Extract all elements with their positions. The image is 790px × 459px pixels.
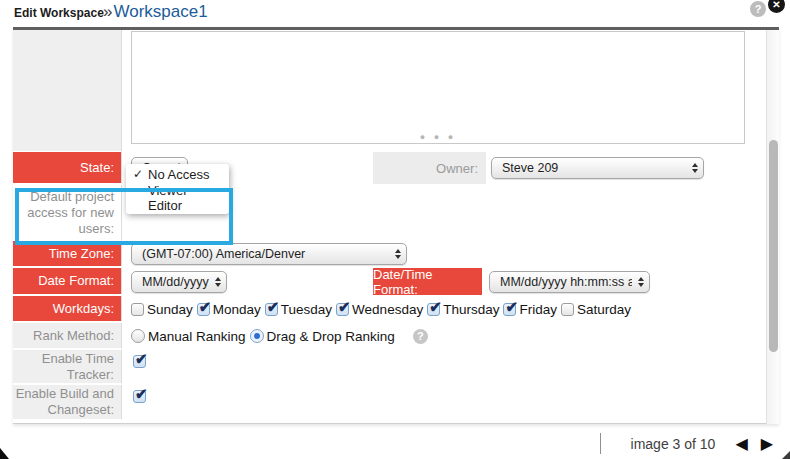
workday-checkbox-monday[interactable]: Monday: [197, 302, 261, 317]
checkmark-icon: ✓: [133, 167, 143, 183]
time-zone-select-value: (GMT-07:00) America/Denver: [142, 247, 389, 261]
owner-label: Owner:: [373, 152, 486, 184]
menu-item-no-access[interactable]: ✓ No Access: [126, 167, 229, 183]
radio-drag-drop-ranking[interactable]: Drag & Drop Ranking: [250, 329, 395, 344]
cursor-artifact: [0, 448, 9, 459]
rank-method-help-icon[interactable]: ?: [413, 329, 428, 344]
page-title: Edit Workspace: [14, 6, 104, 20]
menu-item-editor[interactable]: Editor: [126, 198, 229, 214]
textarea-resize-handle-icon[interactable]: ● ● ●: [132, 132, 744, 142]
datetime-format-select-value: MM/dd/yyyy hh:mm:ss a: [500, 275, 632, 289]
workday-checkbox-sunday[interactable]: Sunday: [131, 302, 193, 317]
stepper-icon: [692, 163, 698, 173]
time-zone-select[interactable]: (GMT-07:00) America/Denver: [131, 243, 407, 265]
help-icon[interactable]: ?: [750, 1, 766, 17]
scrollbar-thumb[interactable]: [769, 140, 778, 352]
state-label: State:: [13, 152, 122, 184]
rank-method-row: Rank Method: Manual Ranking Drag & Drop …: [13, 323, 766, 349]
radio-manual-ranking[interactable]: Manual Ranking: [131, 329, 246, 344]
description-textarea[interactable]: ● ● ●: [131, 31, 745, 144]
footer-divider: [600, 433, 601, 454]
rank-method-label: Rank Method:: [13, 323, 122, 349]
checkbox-checked-icon[interactable]: [336, 303, 349, 316]
checkbox-checked-icon[interactable]: [503, 303, 516, 316]
checkbox-checked-icon[interactable]: [427, 303, 440, 316]
footer-bar: image 3 of 10 ◀ ▶: [0, 428, 790, 459]
time-tracker-checkbox[interactable]: [133, 355, 146, 368]
workday-checkbox-friday[interactable]: Friday: [503, 302, 557, 317]
workday-checkbox-saturday[interactable]: Saturday: [561, 302, 631, 317]
time-zone-label: Time Zone:: [13, 241, 122, 267]
default-access-row: Default project access for new users: ✓ …: [13, 185, 766, 241]
rank-method-radio-group: Manual Ranking Drag & Drop Ranking ?: [131, 323, 428, 349]
time-tracker-row: Enable Time Tracker:: [13, 350, 766, 384]
build-changeset-row: Enable Build and Changeset:: [13, 385, 766, 420]
stepper-icon: [215, 277, 221, 287]
workdays-checkbox-group: Sunday Monday Tuesday Wednesday Thursday: [131, 296, 635, 322]
time-tracker-label: Enable Time Tracker:: [13, 350, 122, 384]
date-format-select[interactable]: MM/dd/yyyy: [131, 271, 227, 293]
datetime-format-select[interactable]: MM/dd/yyyy hh:mm:ss a: [489, 271, 650, 293]
menu-item-viewer[interactable]: Viewer: [126, 183, 229, 199]
workdays-label: Workdays:: [13, 296, 122, 322]
workday-checkbox-tuesday[interactable]: Tuesday: [265, 302, 332, 317]
radio-icon[interactable]: [131, 329, 145, 343]
close-icon[interactable]: ✕: [766, 0, 787, 15]
default-access-open-menu: ✓ No Access Viewer Editor: [126, 164, 229, 214]
pager-text: image 3 of 10: [631, 436, 716, 452]
description-label-cell: [13, 30, 122, 152]
build-changeset-label: Enable Build and Changeset:: [13, 385, 122, 420]
checkbox-icon[interactable]: [131, 303, 144, 316]
time-zone-row: Time Zone: (GMT-07:00) America/Denver: [13, 241, 766, 267]
stepper-icon: [638, 277, 644, 287]
workday-checkbox-thursday[interactable]: Thursday: [427, 302, 499, 317]
previous-image-button[interactable]: ◀: [735, 436, 747, 452]
date-format-row: Date Format: MM/dd/yyyy Date/Time Format…: [13, 268, 766, 295]
resize-grip-icon: [782, 451, 790, 459]
checkbox-checked-icon[interactable]: [197, 303, 210, 316]
breadcrumb-separator: »: [103, 2, 112, 21]
vertical-scrollbar[interactable]: [766, 30, 779, 424]
stepper-icon: [395, 249, 401, 259]
owner-select[interactable]: Steve 209: [491, 157, 704, 179]
build-changeset-checkbox[interactable]: [133, 390, 146, 403]
breadcrumb: »Workspace1: [103, 2, 208, 22]
datetime-format-label: Date/Time Format:: [373, 268, 482, 295]
workspace-name: Workspace1: [113, 2, 207, 21]
form-content: ● ● ● State: Open Owner: Steve 209: [13, 27, 779, 424]
workdays-row: Workdays: Sunday Monday Tuesday Wednesda: [13, 296, 766, 322]
description-row: ● ● ●: [13, 30, 766, 152]
owner-select-value: Steve 209: [502, 161, 686, 175]
edit-workspace-dialog: Edit Workspace »Workspace1 ? ✕ ● ● ● Sta…: [0, 0, 790, 459]
date-format-label: Date Format:: [13, 268, 122, 295]
next-image-button[interactable]: ▶: [761, 436, 773, 452]
checkbox-checked-icon[interactable]: [265, 303, 278, 316]
workday-checkbox-wednesday[interactable]: Wednesday: [336, 302, 423, 317]
radio-selected-icon[interactable]: [250, 329, 264, 343]
date-format-select-value: MM/dd/yyyy: [142, 275, 209, 289]
checkbox-icon[interactable]: [561, 303, 574, 316]
default-access-label: Default project access for new users:: [13, 185, 122, 241]
